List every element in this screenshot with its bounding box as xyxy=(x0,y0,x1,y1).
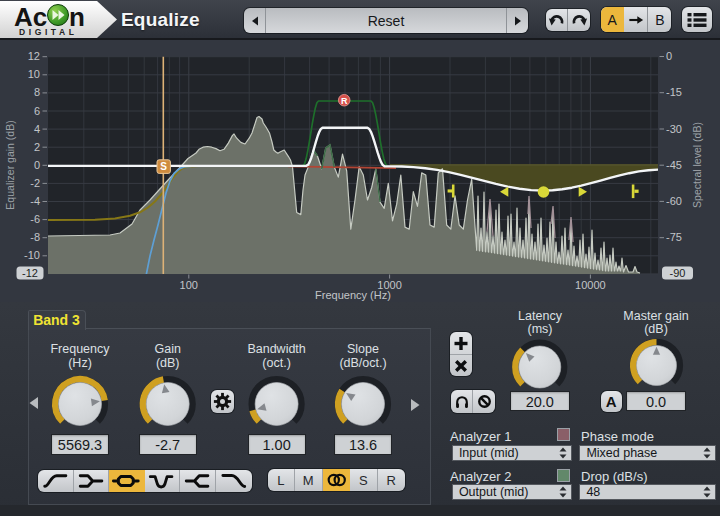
svg-text:-60: -60 xyxy=(666,195,682,207)
svg-text:10000: 10000 xyxy=(575,279,606,291)
svg-text:-10: -10 xyxy=(24,249,40,261)
svg-text:-12: -12 xyxy=(22,267,38,279)
svg-text:-90: -90 xyxy=(670,267,686,279)
svg-text:10: 10 xyxy=(28,68,40,80)
svg-text:0: 0 xyxy=(34,159,40,171)
svg-text:0: 0 xyxy=(666,50,672,62)
svg-text:-30: -30 xyxy=(666,123,682,135)
svg-text:-45: -45 xyxy=(666,159,682,171)
svg-text:4: 4 xyxy=(34,123,40,135)
svg-text:100: 100 xyxy=(180,279,198,291)
svg-text:S: S xyxy=(160,161,167,172)
svg-text:-8: -8 xyxy=(30,231,40,243)
svg-text:R: R xyxy=(341,96,348,106)
svg-text:6: 6 xyxy=(34,105,40,117)
svg-text:-2: -2 xyxy=(30,177,40,189)
svg-text:-75: -75 xyxy=(666,231,682,243)
svg-text:-15: -15 xyxy=(666,86,682,98)
svg-text:DIGITAL: DIGITAL xyxy=(19,27,78,37)
svg-text:-6: -6 xyxy=(30,213,40,225)
svg-text:2: 2 xyxy=(34,141,40,153)
svg-text:12: 12 xyxy=(28,50,40,62)
svg-text:Spectral level (dB): Spectral level (dB) xyxy=(691,122,703,208)
svg-text:Equalizer gain (dB): Equalizer gain (dB) xyxy=(4,120,16,209)
svg-text:-4: -4 xyxy=(30,195,40,207)
svg-text:8: 8 xyxy=(34,86,40,98)
